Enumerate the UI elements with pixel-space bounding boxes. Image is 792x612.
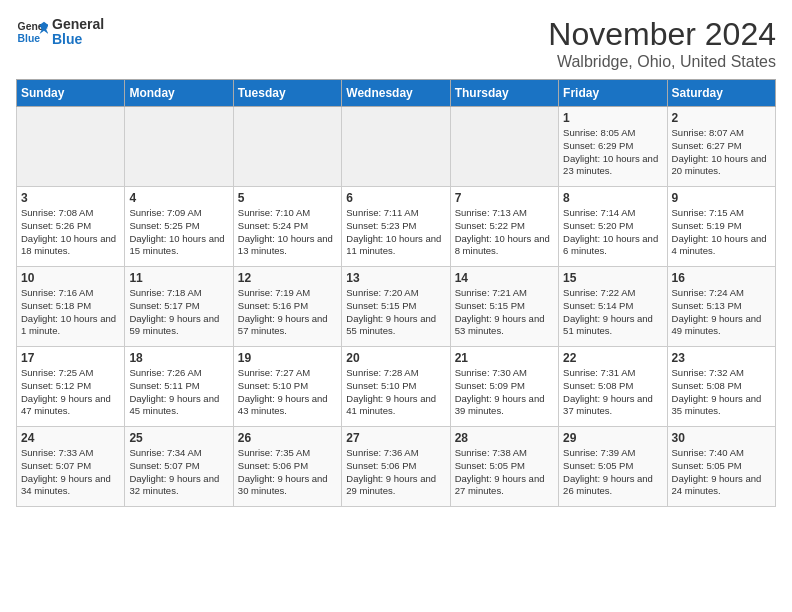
calendar-cell: 25Sunrise: 7:34 AM Sunset: 5:07 PM Dayli… — [125, 427, 233, 507]
day-content: Sunrise: 7:31 AM Sunset: 5:08 PM Dayligh… — [563, 367, 662, 418]
calendar-cell: 29Sunrise: 7:39 AM Sunset: 5:05 PM Dayli… — [559, 427, 667, 507]
day-number: 10 — [21, 271, 120, 285]
day-number: 12 — [238, 271, 337, 285]
calendar-cell: 15Sunrise: 7:22 AM Sunset: 5:14 PM Dayli… — [559, 267, 667, 347]
header-thursday: Thursday — [450, 80, 558, 107]
header-wednesday: Wednesday — [342, 80, 450, 107]
calendar-cell — [233, 107, 341, 187]
day-content: Sunrise: 7:24 AM Sunset: 5:13 PM Dayligh… — [672, 287, 771, 338]
calendar-cell: 5Sunrise: 7:10 AM Sunset: 5:24 PM Daylig… — [233, 187, 341, 267]
day-number: 28 — [455, 431, 554, 445]
calendar-cell: 13Sunrise: 7:20 AM Sunset: 5:15 PM Dayli… — [342, 267, 450, 347]
calendar-cell — [342, 107, 450, 187]
header-friday: Friday — [559, 80, 667, 107]
day-number: 17 — [21, 351, 120, 365]
day-content: Sunrise: 7:32 AM Sunset: 5:08 PM Dayligh… — [672, 367, 771, 418]
calendar-cell — [17, 107, 125, 187]
logo: General Blue General Blue — [16, 16, 104, 48]
logo-icon: General Blue — [16, 16, 48, 48]
calendar-cell: 22Sunrise: 7:31 AM Sunset: 5:08 PM Dayli… — [559, 347, 667, 427]
calendar-cell: 20Sunrise: 7:28 AM Sunset: 5:10 PM Dayli… — [342, 347, 450, 427]
day-number: 9 — [672, 191, 771, 205]
day-content: Sunrise: 7:14 AM Sunset: 5:20 PM Dayligh… — [563, 207, 662, 258]
day-content: Sunrise: 7:19 AM Sunset: 5:16 PM Dayligh… — [238, 287, 337, 338]
day-content: Sunrise: 7:10 AM Sunset: 5:24 PM Dayligh… — [238, 207, 337, 258]
calendar-cell: 1Sunrise: 8:05 AM Sunset: 6:29 PM Daylig… — [559, 107, 667, 187]
day-content: Sunrise: 7:15 AM Sunset: 5:19 PM Dayligh… — [672, 207, 771, 258]
week-row-3: 10Sunrise: 7:16 AM Sunset: 5:18 PM Dayli… — [17, 267, 776, 347]
calendar-cell: 26Sunrise: 7:35 AM Sunset: 5:06 PM Dayli… — [233, 427, 341, 507]
calendar-cell: 9Sunrise: 7:15 AM Sunset: 5:19 PM Daylig… — [667, 187, 775, 267]
day-content: Sunrise: 8:05 AM Sunset: 6:29 PM Dayligh… — [563, 127, 662, 178]
day-content: Sunrise: 7:27 AM Sunset: 5:10 PM Dayligh… — [238, 367, 337, 418]
day-number: 1 — [563, 111, 662, 125]
day-content: Sunrise: 7:30 AM Sunset: 5:09 PM Dayligh… — [455, 367, 554, 418]
day-content: Sunrise: 7:16 AM Sunset: 5:18 PM Dayligh… — [21, 287, 120, 338]
day-number: 15 — [563, 271, 662, 285]
day-number: 18 — [129, 351, 228, 365]
title-block: November 2024 Walbridge, Ohio, United St… — [548, 16, 776, 71]
day-content: Sunrise: 7:25 AM Sunset: 5:12 PM Dayligh… — [21, 367, 120, 418]
calendar-cell: 30Sunrise: 7:40 AM Sunset: 5:05 PM Dayli… — [667, 427, 775, 507]
calendar-cell: 7Sunrise: 7:13 AM Sunset: 5:22 PM Daylig… — [450, 187, 558, 267]
day-content: Sunrise: 7:11 AM Sunset: 5:23 PM Dayligh… — [346, 207, 445, 258]
day-number: 19 — [238, 351, 337, 365]
day-number: 25 — [129, 431, 228, 445]
day-content: Sunrise: 7:28 AM Sunset: 5:10 PM Dayligh… — [346, 367, 445, 418]
calendar-cell: 14Sunrise: 7:21 AM Sunset: 5:15 PM Dayli… — [450, 267, 558, 347]
day-content: Sunrise: 7:39 AM Sunset: 5:05 PM Dayligh… — [563, 447, 662, 498]
header-tuesday: Tuesday — [233, 80, 341, 107]
calendar-cell: 28Sunrise: 7:38 AM Sunset: 5:05 PM Dayli… — [450, 427, 558, 507]
day-number: 29 — [563, 431, 662, 445]
day-content: Sunrise: 7:09 AM Sunset: 5:25 PM Dayligh… — [129, 207, 228, 258]
day-number: 21 — [455, 351, 554, 365]
week-row-1: 1Sunrise: 8:05 AM Sunset: 6:29 PM Daylig… — [17, 107, 776, 187]
calendar-cell: 16Sunrise: 7:24 AM Sunset: 5:13 PM Dayli… — [667, 267, 775, 347]
calendar-cell: 8Sunrise: 7:14 AM Sunset: 5:20 PM Daylig… — [559, 187, 667, 267]
calendar-table: SundayMondayTuesdayWednesdayThursdayFrid… — [16, 79, 776, 507]
day-number: 30 — [672, 431, 771, 445]
header-saturday: Saturday — [667, 80, 775, 107]
day-content: Sunrise: 7:33 AM Sunset: 5:07 PM Dayligh… — [21, 447, 120, 498]
day-content: Sunrise: 7:26 AM Sunset: 5:11 PM Dayligh… — [129, 367, 228, 418]
day-number: 24 — [21, 431, 120, 445]
day-number: 7 — [455, 191, 554, 205]
day-content: Sunrise: 7:20 AM Sunset: 5:15 PM Dayligh… — [346, 287, 445, 338]
calendar-cell: 19Sunrise: 7:27 AM Sunset: 5:10 PM Dayli… — [233, 347, 341, 427]
calendar-cell: 27Sunrise: 7:36 AM Sunset: 5:06 PM Dayli… — [342, 427, 450, 507]
calendar-cell: 24Sunrise: 7:33 AM Sunset: 5:07 PM Dayli… — [17, 427, 125, 507]
day-number: 13 — [346, 271, 445, 285]
day-content: Sunrise: 7:34 AM Sunset: 5:07 PM Dayligh… — [129, 447, 228, 498]
calendar-cell: 17Sunrise: 7:25 AM Sunset: 5:12 PM Dayli… — [17, 347, 125, 427]
day-number: 8 — [563, 191, 662, 205]
month-title: November 2024 — [548, 16, 776, 53]
day-content: Sunrise: 8:07 AM Sunset: 6:27 PM Dayligh… — [672, 127, 771, 178]
day-number: 26 — [238, 431, 337, 445]
header-monday: Monday — [125, 80, 233, 107]
day-number: 20 — [346, 351, 445, 365]
day-content: Sunrise: 7:08 AM Sunset: 5:26 PM Dayligh… — [21, 207, 120, 258]
day-content: Sunrise: 7:13 AM Sunset: 5:22 PM Dayligh… — [455, 207, 554, 258]
day-number: 27 — [346, 431, 445, 445]
day-number: 23 — [672, 351, 771, 365]
calendar-cell: 10Sunrise: 7:16 AM Sunset: 5:18 PM Dayli… — [17, 267, 125, 347]
logo-general: General — [52, 17, 104, 32]
day-number: 6 — [346, 191, 445, 205]
calendar-cell: 3Sunrise: 7:08 AM Sunset: 5:26 PM Daylig… — [17, 187, 125, 267]
calendar-cell: 23Sunrise: 7:32 AM Sunset: 5:08 PM Dayli… — [667, 347, 775, 427]
day-number: 5 — [238, 191, 337, 205]
page-header: General Blue General Blue November 2024 … — [16, 16, 776, 71]
calendar-cell — [450, 107, 558, 187]
svg-text:Blue: Blue — [18, 33, 41, 44]
day-number: 3 — [21, 191, 120, 205]
calendar-cell: 11Sunrise: 7:18 AM Sunset: 5:17 PM Dayli… — [125, 267, 233, 347]
day-content: Sunrise: 7:35 AM Sunset: 5:06 PM Dayligh… — [238, 447, 337, 498]
location: Walbridge, Ohio, United States — [548, 53, 776, 71]
day-content: Sunrise: 7:38 AM Sunset: 5:05 PM Dayligh… — [455, 447, 554, 498]
calendar-cell — [125, 107, 233, 187]
day-content: Sunrise: 7:21 AM Sunset: 5:15 PM Dayligh… — [455, 287, 554, 338]
header-sunday: Sunday — [17, 80, 125, 107]
day-number: 14 — [455, 271, 554, 285]
day-content: Sunrise: 7:36 AM Sunset: 5:06 PM Dayligh… — [346, 447, 445, 498]
week-row-2: 3Sunrise: 7:08 AM Sunset: 5:26 PM Daylig… — [17, 187, 776, 267]
